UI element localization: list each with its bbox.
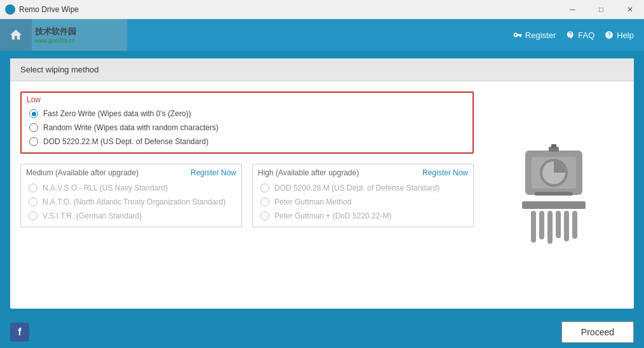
option-guttman-plus-label: Peter Guttman + (DoD 5220.22-M): [274, 211, 391, 220]
low-section-options: Fast Zero Write (Wipes data with 0's (Ze…: [22, 105, 473, 152]
proceed-button[interactable]: Proceed: [561, 321, 634, 343]
medium-section-options: N.A.V.S.O.- RLL (US Navy Standard) N.A.T…: [21, 180, 241, 227]
option-random-write-label: Random Write (Wipes data with random cha…: [43, 123, 218, 132]
title-bar: Remo Drive Wipe ─ □ ✕: [0, 0, 644, 19]
faq-icon: [566, 30, 575, 39]
close-button[interactable]: ✕: [615, 0, 644, 19]
svg-rect-4: [535, 192, 573, 196]
app-icon: [5, 4, 15, 15]
option-random-write[interactable]: Random Write (Wipes data with random cha…: [29, 123, 465, 132]
radio-dod[interactable]: [29, 137, 38, 146]
option-dod-label: DOD 5220.22.M (US Dept. of Defense Stand…: [43, 137, 208, 146]
medium-section: Medium (Available after upgrade) Registe…: [20, 164, 242, 227]
wiping-left: Low Fast Zero Write (Wipes data with 0's…: [20, 91, 474, 298]
watermark-line2: www.pc6359.cn: [35, 37, 127, 44]
high-register-link[interactable]: Register Now: [422, 168, 468, 177]
nav-bar: 技术软件园 www.pc6359.cn Register FAQ Help: [0, 19, 644, 51]
register-nav-item[interactable]: Register: [513, 30, 556, 40]
medium-section-label: Medium (Available after upgrade): [26, 168, 138, 177]
radio-random-write[interactable]: [29, 123, 38, 132]
option-guttman-label: Peter Guttman Method: [274, 197, 351, 206]
minimize-button[interactable]: ─: [558, 0, 587, 19]
card-header-title: Select wiping method: [20, 65, 99, 74]
card-header: Select wiping method: [10, 58, 634, 81]
option-fast-zero[interactable]: Fast Zero Write (Wipes data with 0's (Ze…: [29, 109, 465, 118]
watermark-line1: 技术软件园: [35, 26, 127, 37]
svg-rect-7: [539, 211, 544, 239]
svg-rect-10: [564, 211, 569, 241]
shredder-illustration: [503, 138, 605, 252]
maximize-button[interactable]: □: [587, 0, 615, 19]
help-icon: [605, 30, 614, 39]
key-icon: [513, 30, 522, 39]
content-area: Select wiping method Low: [0, 51, 644, 316]
svg-rect-9: [556, 211, 561, 238]
register-label: Register: [525, 30, 556, 40]
app-title: Remo Drive Wipe: [19, 5, 79, 14]
wiping-right: [484, 91, 624, 298]
watermark: 技术软件园 www.pc6359.cn: [0, 19, 127, 51]
option-nato-label: N.A.T.O. (North Atlantic Treaty Organiza…: [43, 197, 225, 206]
option-vsitr-label: V.S.I.T.R. (German Standard): [43, 211, 142, 220]
option-vsitr: V.S.I.T.R. (German Standard): [29, 211, 234, 220]
radio-fast-zero[interactable]: [29, 109, 38, 118]
radio-fast-zero-inner: [32, 112, 36, 116]
option-fast-zero-label: Fast Zero Write (Wipes data with 0's (Ze…: [43, 109, 191, 118]
title-text: Remo Drive Wipe: [5, 4, 79, 15]
radio-guttman: [260, 197, 269, 206]
svg-rect-5: [522, 201, 586, 209]
radio-dod5200: [260, 184, 269, 192]
option-nato: N.A.T.O. (North Atlantic Treaty Organiza…: [29, 197, 234, 206]
medium-header-row: Medium (Available after upgrade) Registe…: [21, 164, 241, 180]
option-dod[interactable]: DOD 5220.22.M (US Dept. of Defense Stand…: [29, 137, 465, 146]
footer: f Proceed: [0, 316, 644, 348]
main-card: Select wiping method Low: [10, 58, 634, 309]
radio-guttman-plus: [260, 211, 269, 220]
high-header-row: High (Available after upgrade) Register …: [253, 164, 473, 180]
option-guttman: Peter Guttman Method: [260, 197, 466, 206]
bottom-sections: Medium (Available after upgrade) Registe…: [20, 164, 474, 227]
help-label: Help: [617, 30, 634, 40]
svg-rect-6: [531, 211, 536, 243]
option-guttman-plus: Peter Guttman + (DoD 5220.22-M): [260, 211, 466, 220]
svg-rect-11: [572, 211, 577, 239]
nav-right: Register FAQ Help: [513, 30, 644, 40]
help-nav-item[interactable]: Help: [605, 30, 634, 40]
svg-rect-13: [551, 144, 556, 148]
option-dod5200-label: DOD 5200.28.M (US Dept. of Defense Stand…: [274, 184, 439, 192]
option-dod5200: DOD 5200.28.M (US Dept. of Defense Stand…: [260, 184, 466, 192]
radio-nato: [29, 197, 37, 206]
card-body: Low Fast Zero Write (Wipes data with 0's…: [10, 81, 634, 309]
faq-nav-item[interactable]: FAQ: [566, 30, 594, 40]
svg-rect-8: [547, 211, 553, 244]
low-section-label: Low: [22, 93, 473, 105]
option-navso: N.A.V.S.O.- RLL (US Navy Standard): [29, 184, 234, 192]
high-section-label: High (Available after upgrade): [258, 168, 359, 177]
option-navso-label: N.A.V.S.O.- RLL (US Navy Standard): [43, 184, 168, 192]
radio-vsitr: [29, 211, 37, 220]
faq-label: FAQ: [578, 30, 594, 40]
high-section-options: DOD 5200.28.M (US Dept. of Defense Stand…: [253, 180, 473, 227]
medium-register-link[interactable]: Register Now: [191, 168, 236, 177]
high-section: High (Available after upgrade) Register …: [252, 164, 474, 227]
radio-navso: [29, 184, 37, 192]
facebook-button[interactable]: f: [10, 323, 29, 342]
low-section: Low Fast Zero Write (Wipes data with 0's…: [20, 91, 474, 154]
window-controls: ─ □ ✕: [558, 0, 644, 19]
